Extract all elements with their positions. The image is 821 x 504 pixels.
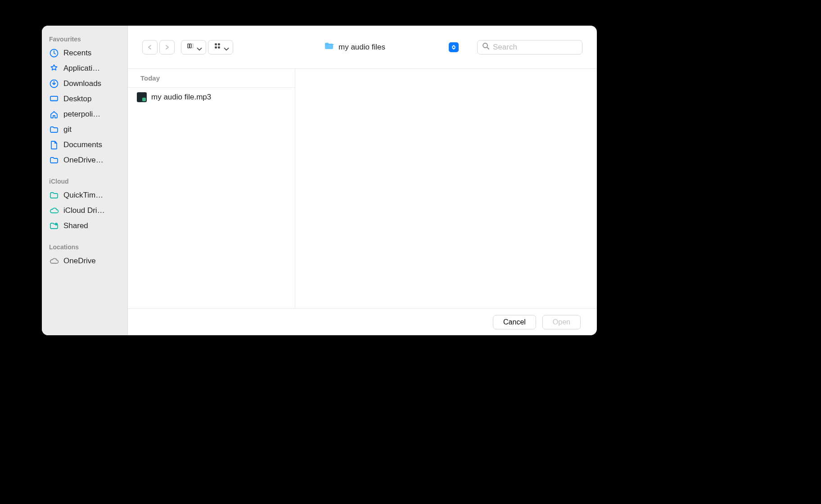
toolbar: my audio files (128, 26, 597, 69)
sidebar-section-locations: Locations (45, 240, 124, 253)
file-row[interactable]: my audio file.mp3 (128, 88, 295, 107)
folder-icon (49, 155, 59, 165)
search-input[interactable] (493, 43, 588, 52)
search-icon (482, 42, 489, 52)
sidebar-item-label: OneDrive… (63, 156, 104, 165)
open-file-dialog: Favourites Recents Applicati… Downloads … (42, 26, 597, 335)
path-dropdown[interactable]: my audio files (320, 40, 460, 54)
sidebar-item-downloads[interactable]: Downloads (45, 76, 124, 91)
sidebar-item-label: Shared (63, 221, 88, 230)
sidebar-item-quicktime[interactable]: QuickTim… (45, 188, 124, 203)
sidebar-item-recents[interactable]: Recents (45, 45, 124, 61)
updown-icon (449, 42, 459, 52)
sidebar-item-label: peterpoli… (63, 110, 100, 119)
nav-forward-button[interactable] (159, 40, 175, 54)
cloud-icon (49, 256, 59, 266)
clock-icon (49, 48, 59, 58)
appstore-icon (49, 63, 59, 73)
download-icon (49, 79, 59, 89)
sidebar-item-label: Downloads (63, 79, 101, 88)
path-label: my audio files (338, 43, 444, 52)
sidebar-item-label: git (63, 125, 72, 134)
preview-pane (295, 69, 597, 308)
desktop-icon (49, 94, 59, 104)
sidebar-item-icloud-drive[interactable]: iCloud Dri… (45, 203, 124, 218)
shared-folder-icon (49, 221, 59, 231)
sidebar-item-documents[interactable]: Documents (45, 137, 124, 153)
search-field[interactable] (477, 40, 582, 54)
dialog-footer: Cancel Open (128, 308, 597, 335)
cloud-icon (49, 206, 59, 216)
sidebar-item-onedrive-fav[interactable]: OneDrive… (45, 153, 124, 168)
sidebar-item-label: Applicati… (63, 64, 100, 73)
sidebar-item-label: QuickTim… (63, 191, 103, 200)
file-name: my audio file.mp3 (151, 93, 211, 102)
grid-icon (214, 42, 221, 52)
folder-icon (324, 41, 334, 53)
document-icon (49, 140, 59, 150)
columns-icon (187, 42, 194, 52)
chevron-down-icon (223, 45, 227, 50)
sidebar-item-desktop[interactable]: Desktop (45, 91, 124, 107)
home-icon (49, 109, 59, 119)
chevron-down-icon (196, 45, 200, 50)
sidebar-item-applications[interactable]: Applicati… (45, 61, 124, 76)
sidebar-item-label: Desktop (63, 94, 91, 104)
main-area: my audio files Today my audio file.mp3 C… (128, 26, 597, 335)
sidebar-item-home[interactable]: peterpoli… (45, 107, 124, 122)
sidebar-item-git[interactable]: git (45, 122, 124, 137)
nav-back-button[interactable] (142, 40, 158, 54)
sidebar-item-shared[interactable]: Shared (45, 218, 124, 234)
sidebar-section-icloud: iCloud (45, 174, 124, 188)
sidebar-section-favourites: Favourites (45, 32, 124, 45)
folder-icon (49, 190, 59, 200)
file-group-header: Today (128, 69, 295, 88)
sidebar-item-onedrive-loc[interactable]: OneDrive (45, 253, 124, 269)
sidebar-item-label: Recents (63, 49, 91, 58)
audio-file-icon (137, 92, 147, 102)
view-columns-button[interactable] (181, 40, 206, 54)
sidebar-item-label: OneDrive (63, 256, 96, 266)
sidebar-item-label: iCloud Dri… (63, 206, 105, 215)
open-button[interactable]: Open (542, 315, 581, 329)
cancel-button[interactable]: Cancel (493, 315, 536, 329)
sidebar: Favourites Recents Applicati… Downloads … (42, 26, 128, 335)
file-column[interactable]: Today my audio file.mp3 (128, 69, 295, 308)
folder-icon (49, 125, 59, 135)
sidebar-item-label: Documents (63, 140, 102, 149)
view-grouping-button[interactable] (208, 40, 233, 54)
